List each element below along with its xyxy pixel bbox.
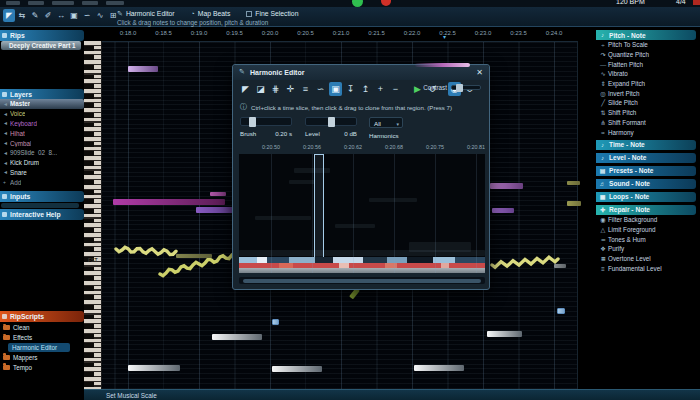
- tool-item-slide-pitch[interactable]: ╱Slide Pitch: [596, 98, 700, 108]
- note[interactable]: [492, 208, 514, 213]
- tool-item-purify[interactable]: ❖Purify: [596, 244, 700, 254]
- layer-item-master[interactable]: ◄Master: [0, 99, 84, 109]
- level-slider[interactable]: [305, 117, 357, 126]
- checkbox-icon[interactable]: [246, 11, 252, 17]
- tool-item-limit-foreground[interactable]: △Limit Foreground: [596, 225, 700, 235]
- fine-selection-toggle[interactable]: Fine Selection: [246, 10, 298, 17]
- note[interactable]: [554, 264, 566, 268]
- interactive-help-panel-header[interactable]: Interactive Help: [0, 209, 84, 220]
- ripscript-item-harmonic-editor[interactable]: Harmonic Editor: [8, 343, 70, 353]
- camera-tool-icon[interactable]: ▣: [68, 9, 80, 22]
- tool-item-expand-pitch[interactable]: ⇕Expand Pitch: [596, 79, 700, 89]
- stretch-tool-icon[interactable]: ↔: [55, 9, 67, 22]
- note[interactable]: [567, 201, 581, 206]
- tool-item-overtone-level[interactable]: ≣Overtone Level: [596, 254, 700, 264]
- clone-tool-icon[interactable]: ▣: [329, 82, 342, 96]
- note[interactable]: [176, 254, 212, 258]
- contrast-slider[interactable]: [451, 85, 481, 90]
- close-icon[interactable]: ✕: [476, 68, 483, 77]
- layer-item-keyboard[interactable]: ◄Keyboard: [0, 119, 84, 129]
- dialog-titlebar[interactable]: ✎ Harmonic Editor ✕: [233, 65, 489, 80]
- spectrogram-view[interactable]: [239, 154, 485, 273]
- section-header-pitch-note[interactable]: ♪Pitch - Note: [596, 30, 696, 40]
- rips-panel-header[interactable]: Rips: [0, 30, 84, 41]
- ripscript-item-tempo[interactable]: Tempo: [0, 362, 84, 372]
- pointer-tool-icon[interactable]: ◤: [3, 9, 15, 22]
- tool-item-quantize-pitch[interactable]: ↷Quantize Pitch: [596, 50, 700, 60]
- ripscripts-panel-header[interactable]: RipScripts: [0, 311, 84, 322]
- increase-tool-icon[interactable]: +: [374, 82, 387, 96]
- inputs-panel-header[interactable]: Inputs: [0, 191, 84, 202]
- section-header-time-note[interactable]: ♪Time - Note: [596, 140, 696, 150]
- wave-tool-icon[interactable]: ∿: [94, 9, 106, 22]
- map-beats-button[interactable]: ◔ Map Beats: [191, 10, 231, 17]
- nudge-tool-icon[interactable]: ⇆: [16, 9, 28, 22]
- note[interactable]: [272, 319, 279, 325]
- levels-tool-icon[interactable]: ⋕: [269, 82, 282, 96]
- note[interactable]: [490, 183, 523, 189]
- level-slider-thumb[interactable]: [328, 117, 335, 127]
- hand-tool-icon[interactable]: ✛: [284, 82, 297, 96]
- tool-item-invert-pitch[interactable]: ◎Invert Pitch: [596, 88, 700, 98]
- layer-item-voice[interactable]: ◄Voice: [0, 109, 84, 119]
- eraser-tool-icon[interactable]: ◪: [254, 82, 267, 96]
- brush-tool-icon[interactable]: ✐: [42, 9, 54, 22]
- section-header-sound-note[interactable]: ♬Sound - Note: [596, 179, 696, 189]
- menu-item[interactable]: [106, 1, 124, 5]
- note[interactable]: [414, 365, 464, 371]
- layer-item-909slide-02-8[interactable]: ◄909Slide_02_8...: [0, 148, 84, 158]
- note[interactable]: [196, 207, 234, 213]
- layer-item-add[interactable]: +Add: [0, 177, 84, 187]
- selected-time-slice[interactable]: [314, 154, 324, 263]
- note[interactable]: [128, 66, 158, 72]
- clamp-down-tool-icon[interactable]: ↧: [344, 82, 357, 96]
- tool-item-shift-formant[interactable]: ⋔Shift Formant: [596, 118, 700, 128]
- set-musical-scale-button[interactable]: Set Musical Scale: [106, 392, 157, 399]
- note[interactable]: [272, 366, 322, 372]
- note[interactable]: [128, 365, 180, 371]
- close-window-button[interactable]: [693, 0, 700, 5]
- ripscript-item-effects[interactable]: Effects: [0, 333, 84, 343]
- tool-item-flatten-pitch[interactable]: —Flatten Pitch: [596, 59, 700, 69]
- section-header-level-note[interactable]: ♪Level - Note: [596, 153, 696, 163]
- layer-item-kick-drum[interactable]: ◄Kick Drum: [0, 158, 84, 168]
- pencil-tool-icon[interactable]: ✎: [29, 9, 41, 22]
- play-button-icon[interactable]: ▶: [411, 82, 424, 96]
- piano-keyboard[interactable]: FST: [84, 41, 102, 389]
- tool-item-pitch-to-scale[interactable]: ÷Pitch To Scale: [596, 40, 700, 50]
- section-header-presets-note[interactable]: ▤Presets - Note: [596, 166, 696, 176]
- pointer-tool-icon[interactable]: ◤: [239, 82, 252, 96]
- layer-item-cymbal[interactable]: ◄Cymbal: [0, 138, 84, 148]
- dialog-scrollbar[interactable]: [239, 277, 485, 284]
- tool-item-shift-pitch[interactable]: ⇅Shift Pitch: [596, 108, 700, 118]
- tool-item-vibrato[interactable]: ∿Vibrato: [596, 69, 700, 79]
- layer-item-snare[interactable]: ◄Snare: [0, 168, 84, 178]
- brush-slider[interactable]: [240, 117, 292, 126]
- timeline-ruler[interactable]: ▾ 0:18.00:18.50:19.00:19.50:20.00:20.50:…: [102, 27, 578, 41]
- menu-item[interactable]: [82, 1, 98, 5]
- layer-item-hihat[interactable]: ◄Hihat: [0, 128, 84, 138]
- decrease-tool-icon[interactable]: −: [389, 82, 402, 96]
- lasso-tool-icon[interactable]: ∽: [81, 9, 93, 22]
- tool-item-harmony[interactable]: ≈Harmony: [596, 127, 700, 137]
- menu-item[interactable]: [6, 1, 20, 5]
- bpm-display[interactable]: 120 BPM: [616, 0, 645, 5]
- dialog-timeline-ruler[interactable]: 0:20.500:20.560:20.620:20.680:20.750:20.…: [233, 144, 491, 153]
- note[interactable]: [113, 199, 225, 205]
- note[interactable]: [212, 334, 262, 340]
- tool-item-tones-hum[interactable]: ≂Tones & Hum: [596, 234, 700, 244]
- tool-item-filter-background[interactable]: ◉Filter Background: [596, 215, 700, 225]
- dialog-scrollbar-thumb[interactable]: [243, 279, 481, 283]
- note[interactable]: [557, 308, 565, 314]
- rip-item[interactable]: Deeply Creative Part 1: [1, 41, 81, 50]
- note[interactable]: [487, 331, 522, 337]
- harmonics-dropdown[interactable]: All ▾: [369, 117, 403, 128]
- contrast-slider-thumb[interactable]: [456, 84, 463, 92]
- menu-item[interactable]: [52, 1, 74, 5]
- tool-item-fundamental-level[interactable]: ≡Fundamental Level: [596, 263, 700, 273]
- note[interactable]: [210, 192, 226, 196]
- section-header-repair-note[interactable]: ✚Repair - Note: [596, 205, 696, 215]
- brush-slider-thumb[interactable]: [249, 117, 256, 127]
- clamp-up-tool-icon[interactable]: ↥: [359, 82, 372, 96]
- ripscript-item-mappers[interactable]: Mappers: [0, 352, 84, 362]
